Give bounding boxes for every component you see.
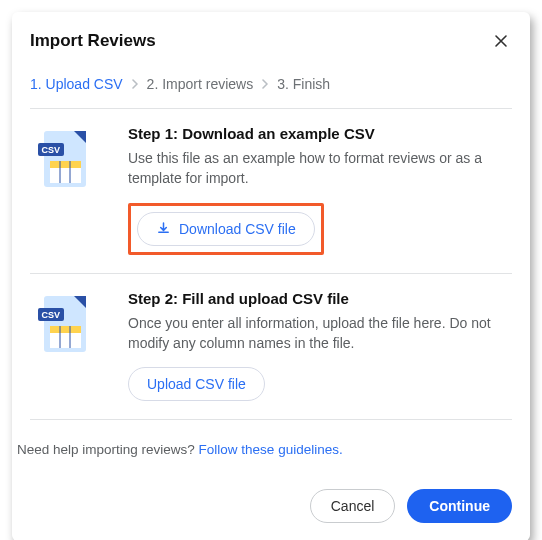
section2-title: Step 2: Fill and upload CSV file xyxy=(128,290,512,307)
svg-text:CSV: CSV xyxy=(42,145,61,155)
download-csv-label: Download CSV file xyxy=(179,221,296,237)
svg-text:CSV: CSV xyxy=(42,310,61,320)
modal-footer: Cancel Continue xyxy=(12,469,530,540)
cancel-button[interactable]: Cancel xyxy=(310,489,396,523)
help-guidelines-link[interactable]: Follow these guidelines. xyxy=(199,442,343,457)
svg-rect-4 xyxy=(50,161,81,168)
step-finish: 3. Finish xyxy=(277,76,330,92)
highlight-download-button: Download CSV file xyxy=(128,203,324,255)
section1-title: Step 1: Download an example CSV xyxy=(128,125,512,142)
csv-file-icon: CSV xyxy=(30,125,108,255)
upload-csv-label: Upload CSV file xyxy=(147,376,246,392)
step-import-reviews: 2. Import reviews xyxy=(147,76,254,92)
section-upload-csv: CSV Step 2: Fill and upload CSV file Onc… xyxy=(12,274,530,420)
step-upload-csv[interactable]: 1. Upload CSV xyxy=(30,76,123,92)
svg-rect-11 xyxy=(50,326,81,333)
continue-button[interactable]: Continue xyxy=(407,489,512,523)
upload-csv-button[interactable]: Upload CSV file xyxy=(128,367,265,401)
close-button[interactable] xyxy=(490,30,512,52)
csv-file-icon: CSV xyxy=(30,290,108,402)
section1-desc: Use this file as an example how to forma… xyxy=(128,148,512,189)
chevron-right-icon xyxy=(131,79,139,89)
download-icon xyxy=(156,221,171,236)
import-reviews-modal: Import Reviews 1. Upload CSV 2. Import r… xyxy=(12,12,530,540)
download-csv-button[interactable]: Download CSV file xyxy=(137,212,315,246)
help-row: Need help importing reviews? Follow thes… xyxy=(12,420,530,469)
section2-desc: Once you enter all information, upload t… xyxy=(128,313,512,354)
modal-header: Import Reviews xyxy=(12,16,530,58)
modal-title: Import Reviews xyxy=(30,31,156,51)
close-icon xyxy=(493,33,509,49)
section-download-example: CSV Step 1: Download an example CSV Use … xyxy=(12,109,530,273)
help-text: Need help importing reviews? xyxy=(17,442,199,457)
chevron-right-icon xyxy=(261,79,269,89)
steps-breadcrumb: 1. Upload CSV 2. Import reviews 3. Finis… xyxy=(12,58,530,108)
